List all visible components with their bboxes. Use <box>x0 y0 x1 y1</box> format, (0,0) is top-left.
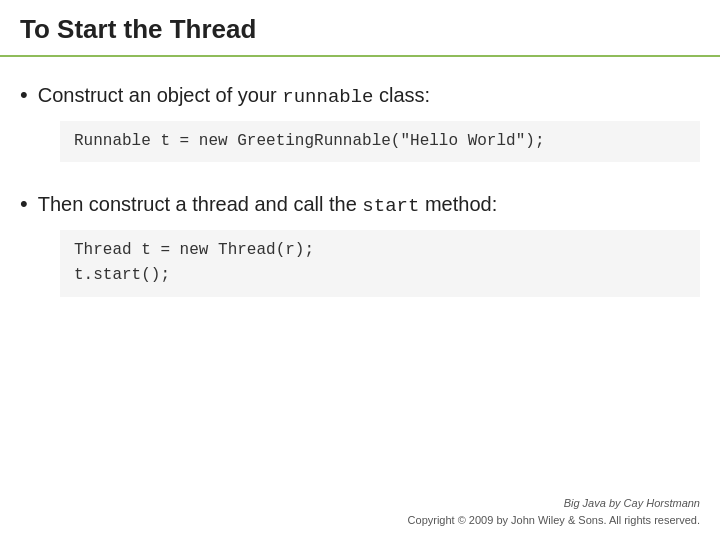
bullet-text-2: • Then construct a thread and call the s… <box>20 190 700 220</box>
footer-line1: Big Java by Cay Horstmann <box>20 495 700 512</box>
code-block-2: Thread t = new Thread(r); t.start(); <box>60 230 700 297</box>
bullet-item-2: • Then construct a thread and call the s… <box>20 190 700 297</box>
bullet-text-1: • Construct an object of your runnable c… <box>20 81 700 111</box>
bullet-label-2: Then construct a thread and call the sta… <box>38 190 497 220</box>
bullet1-text-after: class: <box>374 84 431 106</box>
bullet-label-1: Construct an object of your runnable cla… <box>38 81 430 111</box>
bullet2-text-before: Then construct a thread and call the <box>38 193 363 215</box>
slide-header: To Start the Thread <box>0 0 720 57</box>
code-block-1: Runnable t = new GreetingRunnable("Hello… <box>60 121 700 163</box>
code-block-2-line1: Thread t = new Thread(r); <box>74 241 314 259</box>
slide-title: To Start the Thread <box>20 14 256 44</box>
slide-container: To Start the Thread • Construct an objec… <box>0 0 720 540</box>
bullet1-text-before: Construct an object of your <box>38 84 283 106</box>
bullet-dot-2: • <box>20 193 28 215</box>
bullet2-text-after: method: <box>419 193 497 215</box>
bullet2-inline-code: start <box>362 195 419 217</box>
footer-line2: Copyright © 2009 by John Wiley & Sons. A… <box>20 512 700 529</box>
bullet-dot-1: • <box>20 84 28 106</box>
bullet1-inline-code: runnable <box>282 86 373 108</box>
slide-content: • Construct an object of your runnable c… <box>0 57 720 487</box>
bullet-item-1: • Construct an object of your runnable c… <box>20 81 700 162</box>
slide-footer: Big Java by Cay Horstmann Copyright © 20… <box>0 487 720 540</box>
code-block-2-line2: t.start(); <box>74 266 170 284</box>
